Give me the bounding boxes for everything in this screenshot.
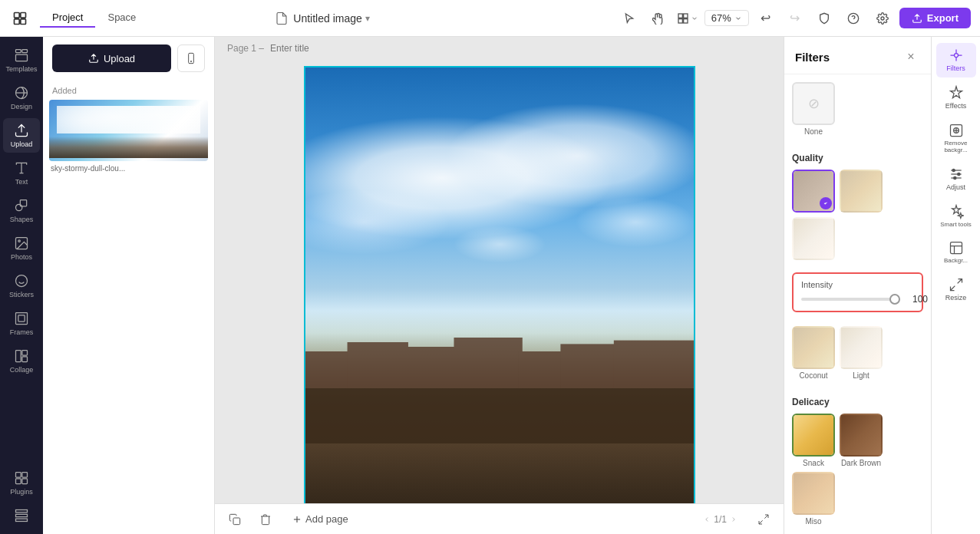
filter-delicacy-section: Delicacy Snack Dark Brown bbox=[784, 389, 931, 534]
mobile-view-button[interactable] bbox=[177, 44, 205, 72]
sidebar-item-label: Shapes bbox=[10, 216, 34, 223]
sidebar-item-shapes[interactable]: Shapes bbox=[3, 193, 40, 228]
document-title[interactable]: Untitled image ▾ bbox=[293, 12, 370, 25]
upload-button[interactable]: Upload bbox=[52, 44, 171, 72]
tool-background-label: Backgr... bbox=[944, 257, 968, 265]
filter-selected-item[interactable] bbox=[792, 170, 835, 213]
page-counter: 1/1 bbox=[703, 514, 737, 525]
export-button[interactable]: Export bbox=[899, 8, 971, 28]
tab-project[interactable]: Project bbox=[40, 8, 95, 28]
undo-button[interactable]: ↩ bbox=[754, 6, 778, 31]
tool-adjust[interactable]: Adjust bbox=[936, 162, 976, 196]
svg-rect-4 bbox=[678, 14, 682, 18]
filter-miso-item[interactable]: Miso bbox=[792, 472, 835, 526]
filter-quality-section: Quality bbox=[784, 145, 931, 269]
svg-rect-25 bbox=[16, 351, 21, 362]
zoom-control[interactable]: 67% bbox=[704, 10, 749, 26]
add-page-label: Add page bbox=[305, 513, 348, 525]
tool-smart-tools[interactable]: Smart tools bbox=[936, 199, 976, 233]
svg-point-20 bbox=[16, 275, 28, 287]
upload-header: Upload bbox=[43, 37, 214, 80]
svg-point-50 bbox=[954, 54, 958, 58]
help-button[interactable] bbox=[841, 6, 866, 31]
topbar-tabs: Project Space bbox=[40, 8, 148, 28]
sidebar-item-upload[interactable]: Upload bbox=[3, 118, 40, 153]
intensity-label: Intensity bbox=[801, 280, 914, 289]
sidebar-item-photos[interactable]: Photos bbox=[3, 231, 40, 265]
page-title-input[interactable] bbox=[270, 43, 332, 54]
filter-miso-thumb bbox=[792, 472, 835, 515]
sidebar-item-bottom[interactable] bbox=[3, 503, 40, 528]
svg-rect-27 bbox=[22, 357, 28, 362]
redo-button[interactable]: ↪ bbox=[783, 6, 807, 31]
tool-background[interactable]: Backgr... bbox=[936, 236, 976, 269]
tab-space[interactable]: Space bbox=[95, 8, 148, 28]
svg-point-9 bbox=[881, 17, 884, 20]
filter-darkbrown-label: Dark Brown bbox=[841, 459, 881, 467]
upload-panel: Upload Added sky-stormy-dull-clou... bbox=[43, 37, 215, 534]
filter-snack-label: Snack bbox=[803, 459, 824, 467]
add-page-button[interactable]: Add page bbox=[285, 510, 355, 528]
sidebar-item-templates[interactable]: Templates bbox=[3, 43, 40, 77]
filter-snack-item[interactable]: Snack bbox=[792, 414, 835, 467]
tool-remove-bg[interactable]: Remove backgr... bbox=[936, 118, 976, 159]
sidebar-item-frames[interactable]: Frames bbox=[3, 306, 40, 341]
main-layout: Templates Design Upload Text Shapes Phot… bbox=[0, 37, 980, 534]
svg-rect-1 bbox=[21, 12, 26, 18]
filter-light-item[interactable] bbox=[792, 217, 835, 260]
canvas-copy-button[interactable] bbox=[224, 509, 246, 530]
svg-line-49 bbox=[759, 520, 763, 524]
layout-button[interactable] bbox=[675, 6, 700, 31]
svg-point-56 bbox=[952, 169, 955, 171]
filter-none-item[interactable]: ⊘ None bbox=[792, 82, 835, 136]
select-tool-button[interactable] bbox=[617, 6, 642, 31]
tool-effects[interactable]: Effects bbox=[936, 81, 976, 115]
upload-thumbnail[interactable]: sky-stormy-dull-clou... bbox=[49, 100, 208, 173]
svg-rect-10 bbox=[16, 50, 21, 53]
svg-rect-5 bbox=[683, 14, 687, 18]
added-label: Added bbox=[49, 86, 208, 95]
tool-adjust-label: Adjust bbox=[946, 183, 965, 192]
sidebar-item-collage[interactable]: Collage bbox=[3, 344, 40, 378]
topbar-center: Untitled image ▾ bbox=[275, 12, 370, 25]
thumb-filename: sky-stormy-dull-clou... bbox=[49, 164, 208, 173]
canvas-expand-button[interactable] bbox=[753, 509, 774, 530]
sidebar-item-design[interactable]: Design bbox=[3, 81, 40, 115]
tool-filters[interactable]: Filters bbox=[936, 43, 976, 77]
svg-rect-0 bbox=[15, 12, 20, 18]
shield-button[interactable] bbox=[812, 6, 836, 31]
pan-tool-button[interactable] bbox=[646, 6, 671, 31]
filter-snack-thumb bbox=[792, 414, 835, 457]
sidebar-item-plugins[interactable]: Plugins bbox=[3, 466, 40, 500]
filter-darkbrown-item[interactable]: Dark Brown bbox=[840, 414, 883, 467]
tool-remove-bg-label: Remove backgr... bbox=[939, 140, 973, 154]
sidebar-item-stickers[interactable]: Stickers bbox=[3, 269, 40, 303]
sidebar-item-text[interactable]: Text bbox=[3, 156, 40, 190]
filter-coconut-item[interactable] bbox=[840, 170, 883, 213]
filter-light2-label: Light bbox=[853, 371, 869, 380]
svg-rect-44 bbox=[305, 388, 694, 443]
tool-resize[interactable]: Resize bbox=[936, 272, 976, 307]
svg-rect-28 bbox=[16, 473, 21, 478]
canvas-delete-button[interactable] bbox=[255, 509, 276, 530]
filter-none-section: ⊘ None bbox=[784, 74, 931, 145]
svg-rect-26 bbox=[22, 351, 28, 356]
canvas-frame[interactable] bbox=[304, 66, 695, 503]
filter-none-row: ⊘ None bbox=[792, 82, 923, 136]
title-text: Untitled image bbox=[293, 12, 362, 25]
canvas-container bbox=[215, 60, 784, 503]
filter-none-thumb: ⊘ bbox=[792, 82, 835, 125]
svg-rect-31 bbox=[22, 479, 28, 484]
svg-point-36 bbox=[190, 61, 191, 61]
quality-title: Quality bbox=[792, 153, 923, 163]
settings-button[interactable] bbox=[870, 6, 895, 31]
filter-light2-item[interactable]: Light bbox=[840, 326, 883, 380]
logo bbox=[9, 8, 31, 29]
intensity-slider[interactable] bbox=[801, 298, 900, 301]
sidebar-item-label: Stickers bbox=[9, 291, 34, 298]
filter-coconut2-item[interactable]: Coconut bbox=[792, 326, 835, 380]
sidebar-item-label: Photos bbox=[11, 253, 32, 261]
filters-close-button[interactable]: × bbox=[902, 48, 920, 66]
filter-coconut2-thumb bbox=[792, 326, 835, 369]
left-sidebar: Templates Design Upload Text Shapes Phot… bbox=[0, 37, 43, 534]
